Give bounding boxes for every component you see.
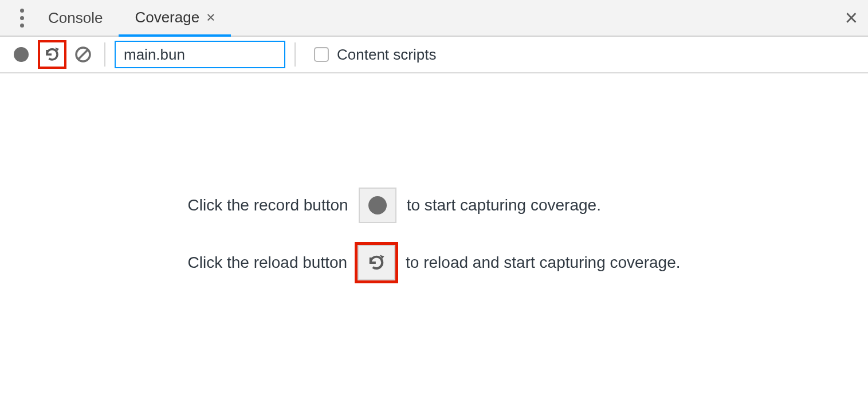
coverage-empty-state: Click the record button to start capturi…	[0, 73, 868, 394]
close-tab-icon[interactable]: ×	[206, 9, 215, 26]
svg-line-2	[78, 50, 88, 60]
help-line-reload: Click the reload button to reload and st…	[187, 245, 680, 280]
reload-button-sample[interactable]	[358, 245, 395, 280]
block-icon	[74, 46, 92, 63]
help-text: Click the record button	[187, 196, 348, 214]
checkbox-icon	[314, 47, 329, 62]
reload-icon	[367, 253, 386, 272]
close-drawer-icon[interactable]: ×	[845, 7, 858, 29]
tab-label: Coverage	[135, 9, 199, 26]
tab-label: Console	[48, 9, 103, 27]
checkbox-label: Content scripts	[337, 46, 436, 64]
url-filter-input[interactable]	[124, 46, 310, 64]
tab-console[interactable]: Console	[32, 0, 119, 36]
kebab-menu-icon[interactable]	[11, 0, 32, 36]
tab-coverage[interactable]: Coverage ×	[119, 0, 231, 37]
help-line-record: Click the record button to start capturi…	[187, 188, 600, 223]
content-scripts-toggle[interactable]: Content scripts	[314, 46, 436, 64]
help-text: Click the reload button	[187, 253, 347, 272]
toolbar-divider	[294, 42, 296, 67]
record-icon	[14, 47, 29, 62]
reload-button[interactable]	[38, 40, 66, 69]
help-text: to start capturing coverage.	[407, 196, 601, 214]
record-button-sample[interactable]	[359, 188, 396, 223]
toolbar-divider	[104, 42, 105, 67]
coverage-toolbar: ✕ Content scripts	[0, 37, 868, 73]
url-filter[interactable]: ✕	[115, 41, 285, 68]
record-button[interactable]	[9, 42, 33, 67]
clear-button[interactable]	[71, 42, 95, 67]
reload-icon	[44, 46, 61, 63]
help-text: to reload and start capturing coverage.	[406, 253, 680, 272]
record-icon	[368, 196, 387, 214]
drawer-tabbar: Console Coverage × ×	[0, 0, 868, 37]
